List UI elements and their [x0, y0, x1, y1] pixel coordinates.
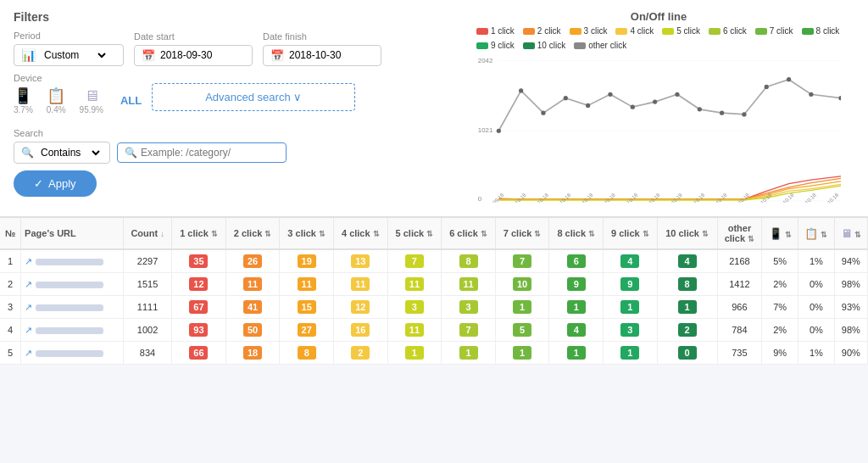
- data-table-section: № Page's URL Count ↓ 1 click ⇅ 2 click ⇅…: [0, 217, 868, 365]
- cell-2click: 26: [225, 249, 280, 273]
- 10click-sort-icon[interactable]: ⇅: [702, 230, 709, 238]
- date-start-input[interactable]: [160, 49, 245, 61]
- cell-pct-0: 7%: [762, 296, 798, 319]
- date-start-wrap[interactable]: 📅: [134, 45, 253, 66]
- cell-url: ↗: [21, 342, 124, 365]
- cell-9click: 1: [604, 342, 658, 365]
- apply-button[interactable]: ✓ Apply: [14, 170, 97, 197]
- url-link-icon[interactable]: ↗: [25, 325, 32, 335]
- legend-item-6click: 6 click: [709, 26, 747, 36]
- svg-point-11: [608, 92, 612, 97]
- cell-5click: 1: [387, 342, 442, 365]
- url-link-icon[interactable]: ↗: [25, 302, 32, 312]
- search-text-input[interactable]: [141, 147, 279, 159]
- th-mobile: 📱 ⇅: [762, 218, 798, 249]
- 6click-sort-icon[interactable]: ⇅: [481, 230, 487, 238]
- date-finish-wrap[interactable]: 📅: [263, 45, 381, 66]
- cell-5click: 7: [387, 249, 442, 273]
- search-input-wrap[interactable]: 🔍: [117, 142, 287, 163]
- 4click-sort-icon[interactable]: ⇅: [373, 230, 380, 238]
- cell-pct-0: 2%: [762, 273, 798, 296]
- cell-url: ↗: [21, 319, 124, 342]
- device-row: Device 📱 3.7% 📋 0.4% 🖥 95.9%: [14, 73, 463, 121]
- svg-point-13: [653, 99, 657, 103]
- cell-4click: 12: [334, 296, 388, 319]
- th-7click: 7 click ⇅: [495, 218, 549, 249]
- cell-count: 1111: [123, 296, 171, 319]
- cell-num: 5: [0, 342, 21, 365]
- cell-10click: 4: [657, 249, 717, 273]
- desktop-pct: 95.9%: [80, 105, 103, 114]
- legend-label: 9 click: [491, 41, 515, 50]
- device-desktop[interactable]: 🖥 95.9%: [80, 87, 103, 114]
- cell-3click: 27: [280, 319, 334, 342]
- svg-point-18: [765, 85, 769, 89]
- svg-point-14: [675, 92, 679, 97]
- cell-count: 1002: [123, 319, 171, 342]
- search-group: Search 🔍 Contains Equals Starts with 🔍: [14, 128, 287, 164]
- svg-text:2042: 2042: [478, 57, 493, 64]
- advanced-search-button[interactable]: Advanced search ∨: [152, 83, 355, 111]
- svg-point-16: [720, 111, 724, 115]
- cell-9click: 3: [604, 319, 658, 342]
- search-type-select[interactable]: Contains Equals Starts with: [37, 146, 103, 159]
- filters-title: Filters: [14, 10, 463, 24]
- date-finish-input[interactable]: [289, 49, 374, 61]
- 3click-sort-icon[interactable]: ⇅: [319, 230, 326, 238]
- th-4click: 4 click ⇅: [334, 218, 388, 249]
- cell-6click: 1: [442, 342, 496, 365]
- url-bar: [36, 259, 103, 265]
- 9click-sort-icon[interactable]: ⇅: [643, 230, 649, 238]
- table-row: 4↗10029350271611754327842%0%98%: [0, 319, 868, 342]
- top-panel: Filters Period 📊 Custom Last 7 days Last…: [0, 0, 868, 217]
- line-chart-svg: 2042 1021 0: [476, 53, 841, 203]
- cell-1click: 93: [172, 319, 226, 342]
- legend-item-7click: 7 click: [755, 26, 793, 36]
- cell-3click: 11: [280, 273, 334, 296]
- legend-color-7 click: [755, 28, 767, 35]
- 5click-sort-icon[interactable]: ⇅: [426, 230, 433, 238]
- th-5click: 5 click ⇅: [387, 218, 442, 249]
- cell-pct-2: 90%: [834, 342, 867, 365]
- url-link-icon[interactable]: ↗: [25, 279, 32, 289]
- cell-pct-1: 1%: [798, 249, 835, 273]
- 2click-sort-icon[interactable]: ⇅: [264, 230, 271, 238]
- cell-other: 784: [717, 319, 762, 342]
- legend-label: 10 click: [537, 41, 565, 50]
- cell-6click: 3: [442, 296, 496, 319]
- cell-8click: 9: [549, 273, 604, 296]
- search-icon-small: 🔍: [21, 147, 34, 159]
- filters-section: Filters Period 📊 Custom Last 7 days Last…: [14, 10, 463, 197]
- url-link-icon[interactable]: ↗: [25, 256, 32, 266]
- url-link-icon[interactable]: ↗: [25, 348, 32, 358]
- period-select[interactable]: Custom Last 7 days Last 30 days: [41, 48, 108, 62]
- mobile-pct: 3.7%: [14, 105, 33, 114]
- cell-count: 834: [123, 342, 171, 365]
- cell-1click: 66: [172, 342, 226, 365]
- other-sort-icon[interactable]: ⇅: [748, 235, 754, 243]
- cell-6click: 7: [442, 319, 496, 342]
- count-sort-icon[interactable]: ↓: [160, 230, 164, 238]
- device-tablet[interactable]: 📋 0.4%: [47, 86, 66, 114]
- period-select-wrap[interactable]: 📊 Custom Last 7 days Last 30 days: [14, 44, 124, 66]
- search-icon-input: 🔍: [125, 147, 137, 159]
- cell-other: 966: [717, 296, 762, 319]
- device-all-button[interactable]: ALL: [120, 94, 142, 107]
- legend-label: 3 click: [584, 26, 608, 36]
- th-num: №: [0, 218, 21, 249]
- cell-2click: 11: [225, 273, 280, 296]
- cell-pct-1: 0%: [798, 273, 835, 296]
- legend-color-4 click: [615, 28, 627, 35]
- legend-color-8 click: [802, 28, 814, 35]
- cell-10click: 1: [657, 296, 717, 319]
- cell-3click: 15: [280, 296, 334, 319]
- url-bar: [36, 350, 103, 357]
- cell-2click: 41: [225, 296, 280, 319]
- 8click-sort-icon[interactable]: ⇅: [588, 230, 595, 238]
- legend-color-2 click: [523, 28, 535, 35]
- cell-5click: 3: [387, 296, 442, 319]
- 1click-sort-icon[interactable]: ⇅: [211, 230, 218, 238]
- 7click-sort-icon[interactable]: ⇅: [534, 230, 541, 238]
- search-select-wrap[interactable]: 🔍 Contains Equals Starts with: [14, 142, 110, 164]
- device-mobile[interactable]: 📱 3.7%: [14, 86, 33, 114]
